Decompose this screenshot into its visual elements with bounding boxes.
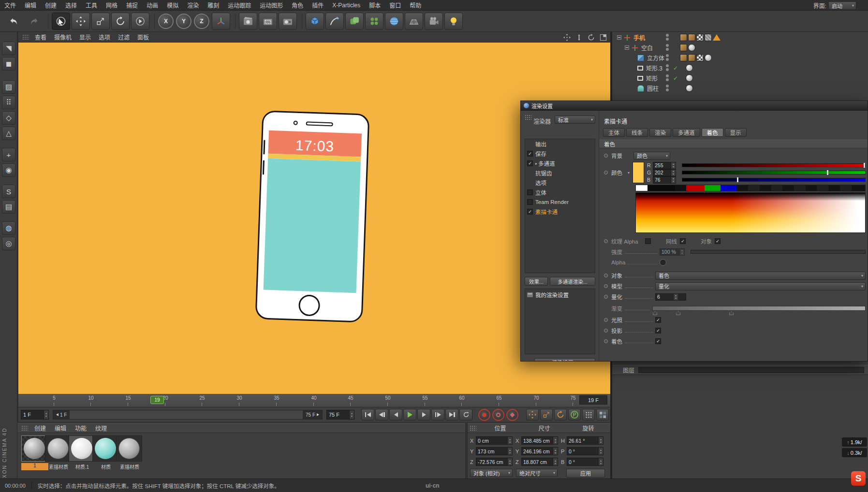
add-environment-button[interactable] — [385, 13, 403, 30]
workplane-lock-icon[interactable]: ◍ — [2, 221, 15, 235]
enabled-check-icon[interactable]: ✓ — [673, 65, 678, 72]
interface-dropdown[interactable]: 启动▾ — [828, 1, 856, 10]
stepper-arrows-icon[interactable]: ▴▾ — [44, 410, 48, 419]
color-spectrum-bar[interactable] — [635, 185, 866, 191]
gradient-knot-icon[interactable] — [729, 311, 734, 315]
section-header[interactable]: 着色 — [599, 140, 868, 148]
rot-p-field[interactable]: ▴▾ — [567, 447, 603, 455]
snap-settings-icon[interactable]: ◎ — [2, 237, 15, 250]
texture-tag-icon[interactable] — [680, 34, 687, 41]
viewport-menu-panel[interactable]: 面板 — [133, 32, 153, 42]
b-channel-slider[interactable] — [682, 178, 866, 182]
visibility-dots-icon[interactable] — [666, 85, 669, 92]
material-name[interactable]: 素描材质 — [116, 463, 143, 470]
keyframe-dot-icon[interactable] — [604, 171, 608, 174]
effects-button[interactable]: 效果... — [525, 277, 548, 286]
simulation-mode-icon[interactable]: S — [2, 185, 15, 198]
checkbox-checked-icon[interactable]: ✓ — [527, 209, 533, 215]
menu-tools[interactable]: 工具 — [81, 0, 102, 11]
keyframe-dot-icon[interactable] — [604, 284, 608, 288]
material-menu-function[interactable]: 功能 — [71, 423, 91, 433]
timeline-ruler[interactable]: 5 10 15 20 25 30 35 40 45 50 55 60 65 70… — [18, 394, 610, 407]
menu-select[interactable]: 选择 — [61, 0, 81, 11]
menu-render[interactable]: 渲染 — [183, 0, 203, 11]
object-row[interactable]: 圆柱 — [612, 83, 868, 93]
strength-slider[interactable] — [691, 250, 866, 254]
lock-z-axis-button[interactable]: Z — [194, 14, 209, 29]
menu-file[interactable]: 文件 — [0, 0, 20, 11]
pos-z-field[interactable]: ▴▾ — [476, 458, 513, 466]
panel-grip-icon[interactable] — [22, 34, 29, 40]
ime-indicator[interactable]: S — [851, 471, 866, 486]
panel-grip-icon[interactable] — [470, 425, 476, 431]
phong-tag-icon[interactable] — [686, 85, 693, 92]
checkbox-checked-icon[interactable]: ✓ — [655, 317, 661, 323]
add-camera-button[interactable] — [425, 13, 443, 30]
phong-tag-icon[interactable] — [686, 74, 693, 82]
add-cube-button[interactable] — [306, 13, 324, 30]
autokey-button[interactable] — [492, 409, 504, 421]
visibility-dots-icon[interactable] — [666, 74, 669, 82]
make-editable-icon[interactable]: ◥ — [2, 42, 15, 55]
material-item[interactable]: 1 — [21, 435, 48, 470]
render-settings-button[interactable] — [279, 13, 297, 30]
preview-range-slider[interactable]: 1 F 75 F — [53, 410, 323, 420]
object-name[interactable]: 立方体 — [647, 54, 664, 62]
rot-h-field[interactable]: ▴▾ — [567, 436, 603, 445]
tab-multipass[interactable]: 多通道 — [673, 128, 700, 137]
tweak-mode-icon[interactable]: ◉ — [2, 163, 15, 177]
dialog-titlebar[interactable]: 渲染设置 — [521, 101, 868, 111]
add-floor-button[interactable] — [405, 13, 423, 30]
menu-edit[interactable]: 编辑 — [20, 0, 41, 11]
menu-script[interactable]: 脚本 — [365, 0, 385, 11]
phong-tag-icon[interactable] — [688, 44, 695, 51]
panel-grip-icon[interactable] — [525, 115, 531, 120]
collapse-icon[interactable] — [625, 45, 629, 50]
keyframe-dot-icon[interactable] — [604, 274, 608, 277]
nav-item-save[interactable]: ✓保存 — [525, 149, 595, 159]
viewport-menu-cameras[interactable]: 摄像机 — [50, 32, 75, 42]
object-name[interactable]: 空白 — [641, 43, 653, 52]
object-mode-dropdown[interactable]: 着色▾ — [655, 272, 866, 280]
texture-mode-icon[interactable]: ▨ — [2, 80, 15, 94]
visibility-dots-icon[interactable] — [666, 64, 669, 72]
object-name[interactable]: 手机 — [633, 33, 645, 42]
menu-create[interactable]: 创建 — [41, 0, 61, 11]
size-x-field[interactable]: ▴▾ — [521, 436, 558, 445]
nav-item-stereoscopic[interactable]: ✓立体 — [525, 188, 595, 197]
nav-item-antialiasing[interactable]: 抗锯齿 — [525, 168, 595, 178]
material-name[interactable]: 材质.1 — [69, 463, 96, 470]
size-y-field[interactable]: ▴▾ — [521, 447, 558, 455]
render-preset-item[interactable]: 我的渲染设置 — [525, 289, 595, 301]
add-spline-button[interactable] — [325, 13, 344, 30]
render-region-button[interactable] — [259, 13, 277, 30]
menu-motion-tracker[interactable]: 运动跟踪 — [223, 0, 255, 11]
viewport-menu-filter[interactable]: 过滤 — [114, 32, 133, 42]
record-scale-toggle[interactable] — [540, 409, 553, 420]
checkbox-checked-icon[interactable]: ✓ — [655, 338, 661, 344]
menu-plugins[interactable]: 插件 — [308, 0, 328, 11]
menu-mesh[interactable]: 网格 — [102, 0, 122, 11]
texture-tag-icon[interactable] — [680, 54, 687, 61]
record-parameter-toggle[interactable]: P — [568, 409, 581, 420]
stepper-arrows-icon[interactable]: ▴▾ — [349, 410, 354, 419]
size-z-field[interactable]: ▴▾ — [521, 458, 558, 466]
edge-mode-icon[interactable]: ◇ — [2, 111, 15, 125]
record-rotation-toggle[interactable] — [554, 409, 567, 420]
current-frame-field[interactable]: 19 F — [579, 395, 607, 405]
checkbox-empty-icon[interactable]: ✓ — [527, 199, 533, 205]
material-menu-texture[interactable]: 纹理 — [91, 423, 111, 433]
record-pla-toggle[interactable] — [582, 409, 595, 420]
checkbox-checked-icon[interactable]: ✓ — [715, 238, 721, 244]
menu-snap[interactable]: 捕捉 — [122, 0, 142, 11]
end-frame-input[interactable] — [327, 410, 349, 419]
material-name[interactable]: 素描材质 — [45, 463, 72, 470]
undo-button[interactable] — [5, 13, 23, 30]
collapse-icon[interactable] — [617, 35, 621, 40]
zoom-view-icon[interactable] — [574, 33, 583, 42]
expand-arrow-icon[interactable]: ▸ — [535, 161, 537, 166]
viewport-menu-view[interactable]: 查看 — [31, 32, 50, 42]
current-frame-input[interactable] — [21, 410, 44, 419]
model-mode-dropdown[interactable]: 量化▾ — [655, 282, 866, 290]
material-item[interactable]: 材质.1 — [69, 435, 96, 470]
